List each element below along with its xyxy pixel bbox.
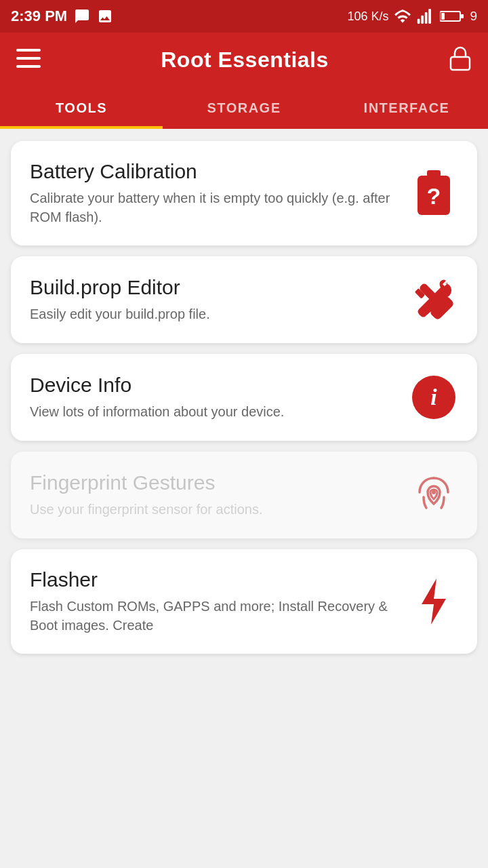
tool-title-battery: Battery Calibration xyxy=(30,160,396,183)
tool-desc-battery: Calibrate your battery when it is empty … xyxy=(30,189,396,226)
image-icon xyxy=(97,8,113,24)
svg-rect-10 xyxy=(451,57,470,70)
svg-rect-3 xyxy=(429,9,432,24)
tool-text-battery: Battery Calibration Calibrate your batte… xyxy=(30,160,409,226)
info-icon: i xyxy=(409,373,458,422)
signal-icon xyxy=(417,9,434,24)
battery-question-icon: ? xyxy=(409,169,458,218)
tab-bar: TOOLS STORAGE INTERFACE xyxy=(0,87,488,129)
tab-storage[interactable]: STORAGE xyxy=(163,87,325,127)
svg-rect-12 xyxy=(427,170,441,177)
tool-desc-device-info: View lots of information about your devi… xyxy=(30,402,396,421)
wrench-icon xyxy=(409,275,458,324)
tool-card-fingerprint: Fingerprint Gestures Use your fingerprin… xyxy=(11,452,477,538)
status-time: 2:39 PM xyxy=(11,7,67,25)
tab-tools[interactable]: TOOLS xyxy=(0,87,163,127)
battery-percent: 9 xyxy=(470,9,477,24)
svg-marker-19 xyxy=(422,578,446,625)
fingerprint-icon xyxy=(409,471,458,519)
tool-title-device-info: Device Info xyxy=(30,374,396,397)
info-circle: i xyxy=(412,376,455,419)
hamburger-icon xyxy=(16,49,41,68)
tool-desc-fingerprint: Use your fingerprint sensor for actions. xyxy=(30,500,396,519)
app-bar: Root Essentials xyxy=(0,33,488,87)
tool-card-battery-calibration[interactable]: Battery Calibration Calibrate your batte… xyxy=(11,141,477,245)
svg-rect-5 xyxy=(441,13,445,20)
lock-icon xyxy=(449,45,472,71)
tool-text-buildprop: Build.prop Editor Easily edit your build… xyxy=(30,276,409,323)
tool-title-fingerprint: Fingerprint Gestures xyxy=(30,471,396,494)
tool-title-buildprop: Build.prop Editor xyxy=(30,276,396,299)
tool-text-fingerprint: Fingerprint Gestures Use your fingerprin… xyxy=(30,471,409,519)
tool-card-device-info[interactable]: Device Info View lots of information abo… xyxy=(11,354,477,441)
tool-desc-flasher: Flash Custom ROMs, GAPPS and more; Insta… xyxy=(30,597,396,635)
svg-rect-2 xyxy=(425,12,428,24)
status-right: 106 K/s 9 xyxy=(347,9,477,24)
chat-icon xyxy=(74,8,90,24)
svg-point-18 xyxy=(432,490,436,494)
tool-text-device-info: Device Info View lots of information abo… xyxy=(30,374,409,421)
tab-interface[interactable]: INTERFACE xyxy=(325,87,488,127)
svg-text:?: ? xyxy=(427,183,441,209)
battery-status-icon xyxy=(440,10,464,22)
app-title: Root Essentials xyxy=(161,47,329,73)
status-bar: 2:39 PM 106 K/s 9 xyxy=(0,0,488,33)
svg-rect-7 xyxy=(16,49,41,52)
svg-rect-8 xyxy=(16,57,41,60)
flash-icon xyxy=(409,577,458,626)
hamburger-button[interactable] xyxy=(16,49,41,71)
status-left: 2:39 PM xyxy=(11,7,113,25)
lock-button[interactable] xyxy=(449,45,472,74)
svg-rect-1 xyxy=(422,16,424,24)
tool-desc-buildprop: Easily edit your build.prop file. xyxy=(30,304,396,323)
tool-title-flasher: Flasher xyxy=(30,568,396,591)
tool-card-flasher[interactable]: Flasher Flash Custom ROMs, GAPPS and mor… xyxy=(11,549,477,654)
tool-text-flasher: Flasher Flash Custom ROMs, GAPPS and mor… xyxy=(30,568,409,635)
svg-point-17 xyxy=(419,309,426,316)
svg-rect-6 xyxy=(461,14,464,18)
network-speed: 106 K/s xyxy=(347,9,388,24)
svg-rect-9 xyxy=(16,65,41,68)
svg-rect-0 xyxy=(418,19,420,24)
tool-card-buildprop[interactable]: Build.prop Editor Easily edit your build… xyxy=(11,256,477,343)
wifi-icon xyxy=(394,9,411,23)
tools-list: Battery Calibration Calibrate your batte… xyxy=(0,129,488,666)
